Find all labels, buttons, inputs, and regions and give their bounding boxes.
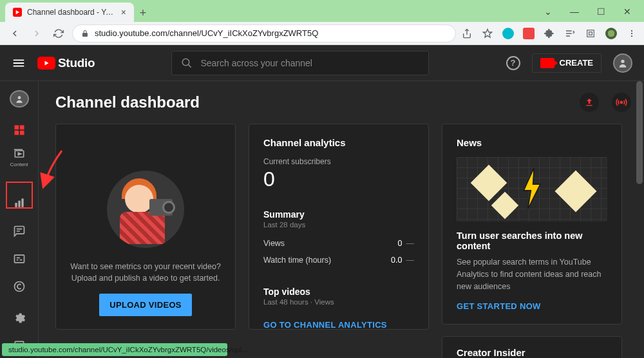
minimize-icon[interactable]: — [570, 6, 579, 17]
status-url: studio.youtube.com/channel/UCvY_iICkXoZY… [8, 346, 248, 353]
news-title: News [457, 137, 607, 148]
svg-rect-14 [18, 201, 20, 207]
sidebar-item-comments[interactable] [6, 219, 33, 243]
extension-grammarly-icon[interactable] [502, 28, 514, 39]
app-header: Studio Search across your channel ? CREA… [0, 45, 644, 81]
svg-rect-0 [587, 30, 594, 37]
summary-title: Summary [263, 209, 414, 220]
browser-tab[interactable]: Channel dashboard - YouTube St × [5, 3, 134, 22]
url-text: studio.youtube.com/channel/UCvY_iICkXoZY… [95, 28, 318, 38]
subscribers-count: 0 [263, 167, 414, 191]
comments-icon [13, 225, 26, 238]
go-to-analytics-link[interactable]: GO TO CHANNEL ANALYTICS [263, 320, 414, 330]
svg-rect-15 [21, 199, 23, 207]
extensions-icon[interactable] [544, 28, 555, 39]
chevron-down-icon[interactable]: ⌄ [544, 6, 552, 17]
get-started-link[interactable]: GET STARTED NOW [457, 301, 607, 311]
subscribers-label: Current subscribers [263, 157, 414, 166]
profile-avatar-icon[interactable] [605, 28, 617, 39]
svg-rect-9 [19, 125, 24, 129]
sidebar-item-settings[interactable] [6, 306, 33, 330]
creator-insider-card: Creator Insider [442, 336, 622, 358]
sidebar-item-copyright[interactable] [6, 274, 33, 298]
svg-point-4 [631, 35, 632, 36]
upload-videos-button[interactable]: UPLOAD VIDEOS [99, 294, 192, 316]
svg-point-6 [621, 59, 624, 62]
svg-rect-8 [14, 125, 19, 129]
svg-rect-19 [586, 105, 592, 106]
svg-rect-1 [589, 32, 592, 35]
analytics-title: Channel analytics [263, 137, 414, 148]
sidebar-item-dashboard[interactable] [6, 118, 33, 142]
svg-point-5 [183, 59, 190, 66]
upload-prompt-text: Want to see metrics on your recent video… [70, 261, 221, 285]
tab-title: Channel dashboard - YouTube St [27, 8, 116, 17]
vertical-scrollbar[interactable] [636, 81, 643, 358]
extension-box-icon[interactable] [585, 28, 596, 39]
cameraman-illustration [107, 171, 184, 248]
insider-title: Creator Insider [457, 347, 607, 358]
top-videos-subtitle: Last 48 hours · Views [263, 298, 414, 306]
kebab-menu-icon[interactable] [626, 28, 638, 39]
logo-text: Studio [58, 56, 95, 70]
status-bar: studio.youtube.com/channel/UCvY_iICkXoZY… [2, 343, 227, 356]
lightning-illustration [457, 157, 607, 221]
subtitles-icon [13, 252, 26, 265]
lock-icon [80, 29, 90, 38]
share-icon[interactable] [461, 28, 473, 39]
views-metric: Views 0— [263, 239, 414, 248]
svg-point-3 [631, 32, 632, 33]
search-input[interactable]: Search across your channel [171, 51, 429, 75]
sidebar-item-subtitles[interactable] [6, 247, 33, 270]
maximize-icon[interactable]: ☐ [597, 6, 605, 17]
svg-point-2 [631, 30, 632, 31]
reading-list-icon[interactable] [564, 28, 576, 39]
tab-close-icon[interactable]: × [121, 7, 126, 17]
upload-icon-button[interactable] [580, 93, 599, 112]
top-videos-title: Top videos [263, 287, 414, 297]
forward-button[interactable] [28, 25, 45, 42]
upload-prompt-card: Want to see metrics on your recent video… [55, 124, 236, 330]
svg-rect-11 [19, 130, 24, 135]
news-body: See popular search terms in YouTube Anal… [457, 256, 607, 292]
close-icon[interactable]: ✕ [623, 6, 631, 17]
svg-point-7 [17, 96, 21, 99]
main-content: Channel dashboard Want to see metrics on… [39, 81, 644, 358]
search-icon [181, 57, 193, 69]
svg-rect-10 [14, 130, 19, 135]
camera-icon [540, 58, 554, 68]
dashboard-icon [13, 124, 26, 137]
gear-icon [13, 312, 26, 325]
address-bar[interactable]: studio.youtube.com/channel/UCvY_iICkXoZY… [72, 24, 456, 42]
star-icon[interactable] [482, 28, 493, 39]
studio-logo[interactable]: Studio [37, 56, 95, 70]
sidebar-item-analytics[interactable] [6, 191, 33, 215]
account-avatar[interactable] [613, 53, 632, 73]
channel-avatar[interactable] [10, 90, 29, 108]
create-button[interactable]: CREATE [532, 53, 601, 73]
svg-point-17 [14, 282, 24, 292]
news-card: News Turn user searches into new content… [442, 124, 622, 325]
sidebar: Content [0, 81, 39, 358]
svg-rect-13 [15, 203, 17, 207]
reload-button[interactable] [50, 25, 67, 42]
sidebar-item-content[interactable]: Content [6, 146, 33, 169]
go-live-icon-button[interactable] [612, 93, 631, 112]
extension-red-icon[interactable] [523, 28, 535, 39]
back-button[interactable] [6, 25, 23, 42]
page-title: Channel dashboard [55, 93, 200, 111]
browser-titlebar: Channel dashboard - YouTube St × + ⌄ — ☐… [0, 0, 644, 22]
analytics-icon [13, 196, 26, 209]
create-label: CREATE [560, 58, 593, 68]
help-icon[interactable]: ? [506, 56, 520, 70]
sidebar-content-label: Content [10, 162, 28, 167]
copyright-icon [13, 280, 26, 293]
search-placeholder: Search across your channel [200, 58, 312, 68]
new-tab-button[interactable]: + [134, 4, 152, 22]
news-headline: Turn user searches into new content [457, 231, 607, 251]
summary-subtitle: Last 28 days [263, 221, 414, 229]
channel-analytics-card: Channel analytics Current subscribers 0 … [249, 124, 429, 330]
window-controls: ⌄ — ☐ ✕ [544, 6, 644, 22]
hamburger-menu-icon[interactable] [12, 56, 26, 70]
watch-time-metric: Watch time (hours) 0.0— [263, 256, 414, 265]
